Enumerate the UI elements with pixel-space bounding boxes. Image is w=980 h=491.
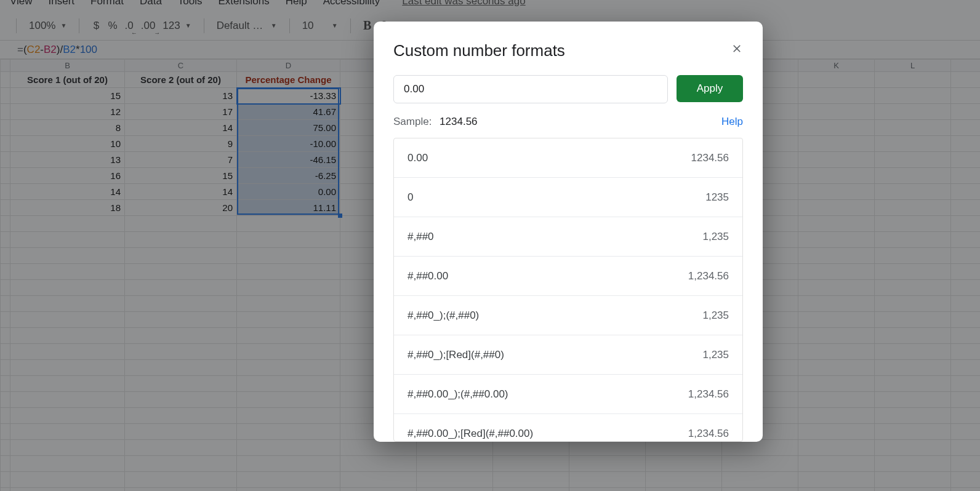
- cell[interactable]: [10, 280, 125, 296]
- format-option-4[interactable]: #,##0_);(#,##0)1,235: [394, 296, 742, 335]
- row-header[interactable]: [1, 264, 10, 280]
- cell[interactable]: [875, 296, 951, 312]
- header-cell-C[interactable]: Score 2 (out of 20): [125, 72, 237, 88]
- cell[interactable]: [951, 456, 981, 472]
- cell[interactable]: [10, 328, 125, 344]
- cell[interactable]: [875, 120, 951, 136]
- cell[interactable]: [125, 392, 237, 408]
- row-header[interactable]: [1, 360, 10, 376]
- cell[interactable]: [951, 488, 981, 492]
- format-option-1[interactable]: 01235: [394, 178, 742, 217]
- row-header[interactable]: [1, 200, 10, 216]
- cell[interactable]: [798, 120, 875, 136]
- cell[interactable]: [569, 440, 646, 456]
- cell[interactable]: [875, 392, 951, 408]
- cell[interactable]: [10, 488, 125, 492]
- cell[interactable]: [875, 152, 951, 168]
- cell[interactable]: [798, 472, 875, 488]
- cell[interactable]: [875, 88, 951, 104]
- cell[interactable]: [10, 360, 125, 376]
- cell[interactable]: [125, 424, 237, 440]
- menu-accessibility[interactable]: Accessibility: [323, 0, 380, 7]
- menu-extensions[interactable]: Extensions: [219, 0, 270, 7]
- row-header[interactable]: [1, 408, 10, 424]
- row-header[interactable]: [1, 488, 10, 492]
- menu-format[interactable]: Format: [90, 0, 124, 7]
- cell[interactable]: [951, 264, 981, 280]
- cell[interactable]: [125, 472, 237, 488]
- format-option-3[interactable]: #,##0.001,234.56: [394, 257, 742, 296]
- cell[interactable]: [798, 328, 875, 344]
- cell[interactable]: [10, 424, 125, 440]
- col-header-K[interactable]: K: [798, 60, 875, 72]
- increase-decimal-button[interactable]: .00 →: [137, 17, 159, 35]
- row-header[interactable]: [1, 440, 10, 456]
- cell[interactable]: [10, 344, 125, 360]
- cell[interactable]: [10, 456, 125, 472]
- cell[interactable]: [951, 360, 981, 376]
- cell-D-2[interactable]: -13.33: [237, 88, 340, 104]
- cell[interactable]: [951, 152, 981, 168]
- cell[interactable]: [125, 376, 237, 392]
- menu-data[interactable]: Data: [140, 0, 162, 7]
- cell-D-3[interactable]: 41.67: [237, 104, 340, 120]
- cell[interactable]: [569, 488, 646, 492]
- cell[interactable]: [798, 88, 875, 104]
- cell[interactable]: [237, 328, 340, 344]
- cell[interactable]: [237, 408, 340, 424]
- cell[interactable]: [237, 376, 340, 392]
- cell[interactable]: [875, 344, 951, 360]
- header-cell-D[interactable]: Percentage Change: [237, 72, 340, 88]
- col-header-D[interactable]: D: [237, 60, 340, 72]
- format-option-2[interactable]: #,##01,235: [394, 217, 742, 257]
- cell[interactable]: [569, 472, 646, 488]
- cell[interactable]: [798, 248, 875, 264]
- cell[interactable]: [417, 440, 493, 456]
- cell-B-9[interactable]: 18: [10, 200, 125, 216]
- cell[interactable]: [646, 456, 722, 472]
- cell[interactable]: [493, 440, 569, 456]
- cell[interactable]: [951, 408, 981, 424]
- cell[interactable]: [875, 264, 951, 280]
- cell[interactable]: [798, 168, 875, 184]
- row-header[interactable]: [1, 88, 10, 104]
- cell-C-2[interactable]: 13: [125, 88, 237, 104]
- cell-C-6[interactable]: 7: [125, 152, 237, 168]
- cell[interactable]: [237, 360, 340, 376]
- cell[interactable]: [722, 472, 798, 488]
- cell[interactable]: [875, 248, 951, 264]
- cell[interactable]: [951, 440, 981, 456]
- cell[interactable]: [10, 296, 125, 312]
- cell[interactable]: [951, 136, 981, 152]
- cell[interactable]: [951, 472, 981, 488]
- row-header[interactable]: [1, 152, 10, 168]
- row-header[interactable]: [1, 248, 10, 264]
- cell[interactable]: [125, 328, 237, 344]
- cell-C-7[interactable]: 15: [125, 168, 237, 184]
- col-header-B[interactable]: B: [10, 60, 125, 72]
- currency-format-button[interactable]: $: [88, 17, 104, 35]
- row-header[interactable]: [1, 424, 10, 440]
- row-header[interactable]: [1, 472, 10, 488]
- cell[interactable]: [10, 248, 125, 264]
- row-header[interactable]: [1, 280, 10, 296]
- cell[interactable]: [875, 408, 951, 424]
- cell[interactable]: [646, 488, 722, 492]
- cell[interactable]: [951, 184, 981, 200]
- cell[interactable]: [340, 488, 417, 492]
- cell[interactable]: [798, 152, 875, 168]
- cell[interactable]: [951, 312, 981, 328]
- cell[interactable]: [951, 344, 981, 360]
- cell[interactable]: [10, 392, 125, 408]
- cell[interactable]: [125, 440, 237, 456]
- format-option-5[interactable]: #,##0_);[Red](#,##0)1,235: [394, 335, 742, 375]
- cell[interactable]: [951, 232, 981, 248]
- more-formats-dropdown[interactable]: 123 ▼: [159, 17, 195, 35]
- cell[interactable]: [875, 280, 951, 296]
- row-header[interactable]: [1, 392, 10, 408]
- cell[interactable]: [875, 232, 951, 248]
- cell[interactable]: [125, 280, 237, 296]
- cell[interactable]: [10, 376, 125, 392]
- cell[interactable]: [951, 328, 981, 344]
- cell[interactable]: [237, 312, 340, 328]
